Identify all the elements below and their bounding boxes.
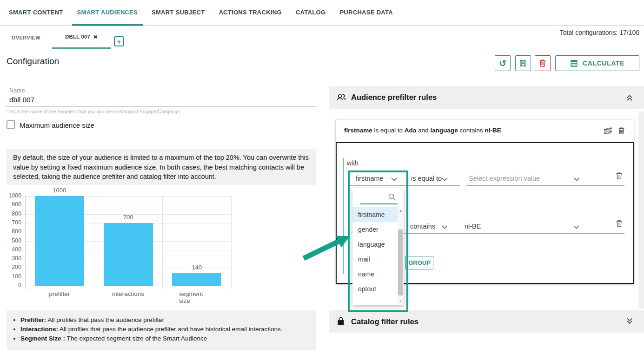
- undo-button[interactable]: ↺: [495, 55, 511, 71]
- delete-rule-icon[interactable]: [618, 127, 625, 135]
- delete-condition-1-icon[interactable]: [616, 172, 623, 180]
- dropdown-option-optout[interactable]: optout: [352, 282, 398, 296]
- audience-size-info-text: By default, the size of your audience is…: [7, 149, 316, 185]
- rule-summary-text: firstname is equal to Ada and language c…: [344, 127, 501, 134]
- trash-icon: [539, 59, 546, 67]
- operator-select-1[interactable]: is equal to: [403, 172, 460, 186]
- y-axis-tick-label: 400: [7, 246, 21, 253]
- chevron-down-icon: [573, 225, 579, 229]
- calculator-icon: [570, 59, 578, 67]
- smart-audiences-page: SMART CONTENT SMART AUDIENCES SMART SUBJ…: [0, 0, 644, 354]
- group-button[interactable]: GROUP: [405, 256, 433, 269]
- name-field-label: Name: [9, 87, 25, 94]
- legend-item-prefilter: Prefilter: All profiles that pass the au…: [20, 315, 310, 325]
- y-axis-tick-label: 600: [7, 228, 21, 235]
- category-separator: [94, 196, 94, 289]
- dropdown-option-mail[interactable]: mail: [352, 252, 398, 267]
- nav-item-smart-content[interactable]: SMART CONTENT: [4, 0, 68, 26]
- collapse-panel-icon[interactable]: [624, 92, 635, 102]
- bar-value-label: 1000: [53, 187, 66, 194]
- maximum-audience-checkbox[interactable]: [7, 120, 15, 129]
- nav-item-purchase-data[interactable]: PURCHASE DATA: [334, 0, 398, 26]
- group-selection-icon[interactable]: [604, 127, 612, 136]
- chevron-down-icon: [442, 177, 448, 181]
- y-axis-tick-label: 0: [7, 282, 21, 288]
- field-select[interactable]: firstname: [350, 172, 408, 186]
- total-configurations-counter: Total configurations: 17/100: [560, 29, 639, 36]
- expression-value-select-1[interactable]: Select expression value: [466, 172, 624, 186]
- maximum-audience-label: Maximum audience size: [20, 121, 94, 129]
- dropdown-option-language[interactable]: language: [352, 237, 398, 252]
- field-dropdown-panel: firstname gender language mail name opto…: [352, 188, 404, 305]
- catalog-filter-panel-header[interactable]: Catalog filter rules: [329, 310, 644, 333]
- bar-interactions: [104, 223, 153, 286]
- category-separator: [162, 196, 163, 289]
- tab-dbll-007[interactable]: DBLL 007 ✖: [52, 26, 111, 49]
- x-axis-category-label: interactions: [112, 290, 144, 297]
- with-label: with: [347, 159, 359, 167]
- save-icon: [519, 59, 527, 67]
- delete-button[interactable]: [535, 55, 551, 71]
- tab-overview[interactable]: OVERVIEW: [0, 26, 52, 49]
- dropdown-scrollbar[interactable]: ▲ ▼: [398, 207, 404, 305]
- y-axis-tick-label: 800: [7, 210, 21, 217]
- audience-prefilter-panel-header[interactable]: Audience prefilter rules: [329, 86, 644, 109]
- legend-item-segment-size: Segment Size : The expected segment size…: [20, 334, 310, 343]
- y-axis-tick-label: 300: [7, 255, 21, 262]
- scroll-down-icon[interactable]: ▼: [398, 299, 404, 303]
- configuration-toolbar: Configuration ↺ CALCULATE: [0, 49, 644, 76]
- name-field-helper-text: This is the name of the Segment that you…: [7, 109, 180, 114]
- save-button[interactable]: [515, 55, 531, 71]
- legend-item-interactions: Interactions: All profiles that pass the…: [20, 325, 310, 334]
- y-axis-tick-label: 700: [7, 219, 21, 226]
- category-separator: [231, 196, 232, 289]
- expand-panel-icon[interactable]: [624, 316, 635, 327]
- audience-prefilter-panel-title: Audience prefilter rules: [351, 93, 437, 102]
- catalog-bag-icon: [336, 316, 346, 327]
- audience-funnel-chart: 010020030040050060070080090010001000pref…: [7, 184, 232, 301]
- nav-item-actions-tracking[interactable]: ACTIONS TRACKING: [213, 0, 287, 26]
- y-axis-tick-label: 100: [7, 273, 21, 280]
- undo-icon: ↺: [499, 58, 506, 69]
- scroll-up-icon[interactable]: ▲: [398, 209, 404, 213]
- dropdown-option-name[interactable]: name: [352, 267, 398, 282]
- page-title: Configuration: [7, 56, 59, 66]
- close-tab-icon[interactable]: ✖: [93, 34, 98, 39]
- chart-gridline: [25, 286, 231, 286]
- name-field-value[interactable]: dbll 007: [9, 96, 34, 104]
- top-navigation: SMART CONTENT SMART AUDIENCES SMART SUBJ…: [0, 0, 644, 26]
- plus-icon: +: [117, 38, 121, 46]
- y-axis-tick-label: 1000: [7, 192, 21, 199]
- add-configuration-button[interactable]: +: [114, 36, 124, 46]
- y-axis-tick-label: 900: [7, 201, 21, 208]
- nav-item-smart-subject[interactable]: SMART SUBJECT: [146, 0, 210, 26]
- y-axis-tick-label: 200: [7, 264, 21, 270]
- dropdown-scrollbar-thumb[interactable]: [398, 229, 403, 295]
- x-axis-category-label: prefilter: [49, 290, 70, 297]
- chevron-down-icon: [442, 225, 448, 229]
- y-axis-tick-label: 500: [7, 237, 21, 244]
- group-indicator-line: [343, 158, 344, 274]
- bar-segment-size: [172, 273, 221, 286]
- chevron-down-icon: [574, 177, 580, 181]
- search-underline: [360, 203, 398, 204]
- dropdown-option-gender[interactable]: gender: [352, 222, 398, 237]
- operator-select-2[interactable]: contains: [403, 220, 460, 234]
- delete-condition-2-icon[interactable]: [616, 219, 623, 227]
- search-icon: [387, 192, 397, 202]
- nav-item-catalog[interactable]: CATALOG: [291, 0, 331, 26]
- expression-value-select-2[interactable]: nl-BE: [460, 220, 624, 234]
- dropdown-search-input[interactable]: [360, 192, 386, 203]
- panel-scrollbar-track[interactable]: [638, 111, 644, 308]
- calculate-button[interactable]: CALCULATE: [555, 55, 639, 71]
- configuration-tab-strip: OVERVIEW DBLL 007 ✖ + Total configuratio…: [0, 26, 644, 49]
- nav-item-smart-audiences[interactable]: SMART AUDIENCES: [72, 0, 143, 26]
- catalog-filter-panel-title: Catalog filter rules: [351, 317, 418, 326]
- bar-value-label: 140: [192, 264, 202, 271]
- y-axis-line: [25, 196, 26, 289]
- audience-users-icon: [336, 92, 347, 103]
- name-field-underline: [7, 106, 316, 107]
- chart-legend: Prefilter: All profiles that pass the au…: [7, 310, 316, 350]
- bar-prefilter: [35, 196, 84, 286]
- dropdown-option-firstname[interactable]: firstname: [352, 207, 398, 222]
